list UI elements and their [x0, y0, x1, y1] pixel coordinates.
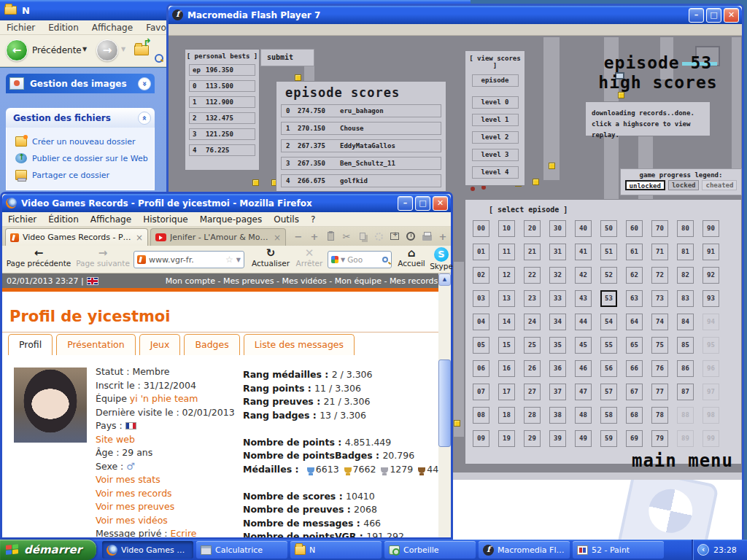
episode-cell-62[interactable]: 62	[626, 267, 643, 284]
firefox-menu-item[interactable]: Affichage	[85, 214, 137, 225]
minus-icon[interactable]: −	[293, 230, 304, 242]
refresh-button[interactable]: ↻Actualiser	[249, 247, 293, 268]
profile-tab-badges[interactable]: Badges	[184, 334, 239, 355]
episode-cell-54[interactable]: 54	[600, 314, 617, 330]
history-clock-icon[interactable]	[405, 230, 417, 242]
episode-cell-17[interactable]: 17	[498, 384, 515, 400]
url-text[interactable]: www.vgr-fr.	[149, 255, 222, 265]
view-scores-episode-button[interactable]: episode	[472, 74, 519, 87]
episode-cell-19[interactable]: 19	[498, 430, 515, 447]
scroll-thumb[interactable]	[438, 359, 451, 447]
episode-cell-63[interactable]: 63	[626, 290, 643, 307]
open-in-window-icon[interactable]	[389, 230, 400, 242]
episode-cell-13[interactable]: 13	[498, 290, 515, 307]
episode-cell-21[interactable]: 21	[524, 244, 541, 260]
episode-score-row[interactable]: 2267.375EddyMataGallos	[281, 139, 441, 152]
site-topnav-links[interactable]: Mon compte - Mes preuves - Mes vidéos - …	[166, 276, 451, 286]
firefox-menu-item[interactable]: Historique	[137, 214, 194, 225]
episode-cell-50[interactable]: 50	[600, 220, 617, 237]
episode-cell-40[interactable]: 40	[575, 220, 592, 237]
episode-cell-87[interactable]: 87	[677, 384, 694, 400]
episode-cell-43[interactable]: 43	[575, 290, 592, 307]
episode-cell-06[interactable]: 06	[473, 360, 489, 377]
episode-cell-89[interactable]: 89	[677, 430, 694, 447]
close-button[interactable]: ✕	[724, 8, 739, 23]
episode-cell-53[interactable]: 53	[600, 290, 617, 307]
episode-cell-11[interactable]: 11	[498, 244, 515, 260]
episode-cell-49[interactable]: 49	[575, 430, 592, 447]
search-magnifier-icon[interactable]	[382, 257, 388, 262]
images-panel-header[interactable]: Gestion des images »	[6, 74, 155, 93]
episode-cell-57[interactable]: 57	[600, 384, 617, 400]
back-button[interactable]: ←	[6, 39, 28, 61]
episode-cell-07[interactable]: 07	[473, 384, 489, 400]
maximize-button[interactable]: □	[415, 196, 430, 211]
taskbar-item-5[interactable]: fMacromedia Flas...	[479, 541, 570, 559]
url-dropdown-icon[interactable]: ▼	[236, 257, 241, 263]
episode-cell-92[interactable]: 92	[703, 267, 719, 284]
episode-cell-96[interactable]: 96	[703, 360, 719, 377]
episode-cell-02[interactable]: 02	[473, 267, 489, 284]
explorer-menu-item[interactable]: Affichage	[85, 23, 139, 33]
profile-link[interactable]: Voir mes stats	[96, 474, 160, 485]
tab-close-icon[interactable]: ×	[136, 233, 143, 243]
forward-dropdown-icon[interactable]: ▼	[121, 46, 125, 52]
episode-cell-10[interactable]: 10	[498, 220, 515, 237]
episode-cell-08[interactable]: 08	[473, 407, 489, 424]
episode-cell-83[interactable]: 83	[677, 290, 694, 307]
episode-cell-98[interactable]: 98	[703, 407, 719, 424]
episode-cell-24[interactable]: 24	[524, 314, 541, 330]
episode-cell-72[interactable]: 72	[651, 267, 668, 284]
back-dropdown-icon[interactable]: ▼	[82, 46, 87, 52]
taskbar-item-4[interactable]: Corbeille	[384, 541, 476, 559]
episode-cell-81[interactable]: 81	[677, 244, 694, 260]
episode-cell-05[interactable]: 05	[473, 337, 489, 354]
browser-tab[interactable]: Jenifer - L'Amour & Moi - Yo...×	[150, 228, 286, 246]
episode-cell-75[interactable]: 75	[651, 337, 668, 354]
scrollbar[interactable]: ▲	[438, 273, 451, 537]
search-box[interactable]: ▼ Goo	[328, 251, 392, 268]
episode-cell-95[interactable]: 95	[703, 337, 719, 354]
submit-button[interactable]: submit	[260, 49, 314, 66]
file-task-link[interactable]: Publier ce dossier sur le Web	[15, 153, 154, 163]
episode-cell-71[interactable]: 71	[651, 244, 668, 260]
maximize-button[interactable]: □	[706, 8, 721, 23]
episode-cell-31[interactable]: 31	[549, 244, 566, 260]
episode-cell-99[interactable]: 99	[703, 430, 719, 447]
episode-cell-56[interactable]: 56	[600, 360, 617, 377]
episode-cell-33[interactable]: 33	[549, 290, 566, 307]
episode-cell-41[interactable]: 41	[575, 244, 592, 260]
episode-cell-86[interactable]: 86	[677, 360, 694, 377]
episode-cell-12[interactable]: 12	[498, 267, 515, 284]
episode-score-row[interactable]: 3267.350Ben_Schultz_11	[281, 157, 441, 170]
browser-tab[interactable]: Video Games Records - Profi...×	[5, 228, 148, 246]
profile-tab-liste-des-messages[interactable]: Liste des messages	[244, 334, 355, 355]
episode-cell-93[interactable]: 93	[703, 290, 719, 307]
close-button[interactable]: ✕	[433, 196, 448, 211]
copy-icon[interactable]	[357, 230, 368, 242]
episode-cell-04[interactable]: 04	[473, 314, 489, 330]
profile-link[interactable]: Voir mes preuves	[96, 501, 174, 512]
episode-cell-82[interactable]: 82	[677, 267, 694, 284]
episode-cell-37[interactable]: 37	[549, 384, 566, 400]
view-scores-level-4-button[interactable]: level 4	[472, 166, 519, 179]
episode-cell-74[interactable]: 74	[651, 314, 668, 330]
episode-cell-69[interactable]: 69	[626, 430, 643, 447]
stop-button[interactable]: ✕Arrêter	[293, 247, 326, 268]
episode-cell-94[interactable]: 94	[703, 314, 719, 330]
episode-cell-22[interactable]: 22	[524, 267, 541, 284]
firefox-menu-item[interactable]: Fichier	[2, 214, 42, 225]
episode-cell-25[interactable]: 25	[524, 337, 541, 354]
episode-cell-60[interactable]: 60	[626, 220, 643, 237]
episode-cell-68[interactable]: 68	[626, 407, 643, 424]
profile-tab-présentation[interactable]: Présentation	[56, 334, 136, 355]
search-placeholder[interactable]: Goo	[347, 255, 380, 264]
profile-link[interactable]: Voir mes vidéos	[96, 515, 168, 526]
profile-link[interactable]: Ecrire	[171, 528, 197, 537]
episode-cell-91[interactable]: 91	[703, 244, 719, 260]
view-scores-level-1-button[interactable]: level 1	[472, 114, 519, 126]
uk-flag-icon[interactable]	[87, 277, 98, 285]
main-menu-button[interactable]: main menu	[632, 451, 733, 471]
episode-cell-15[interactable]: 15	[498, 337, 515, 354]
episode-cell-16[interactable]: 16	[498, 360, 515, 377]
